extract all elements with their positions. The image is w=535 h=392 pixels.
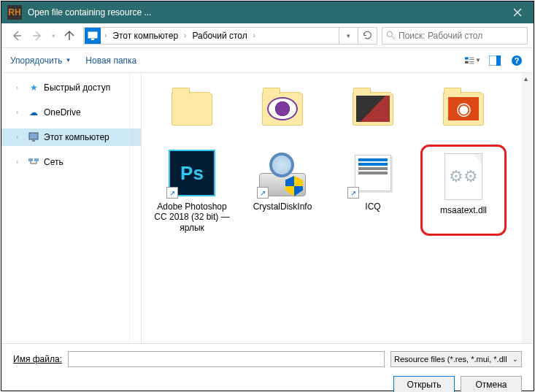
sidebar-item-label: Этот компьютер	[44, 132, 109, 142]
titlebar: RH Open file containing resource ...	[1, 1, 534, 23]
shortcut-icon: ↗	[347, 187, 359, 199]
recent-dropdown[interactable]: ▾	[48, 26, 58, 45]
chevron-right-icon: ›	[181, 31, 189, 39]
dialog-footer: ИИмя файла:мя файла: Resource files (*.r…	[1, 343, 534, 392]
preview-pane-button[interactable]	[487, 53, 503, 69]
sidebar-network[interactable]: › Сеть	[1, 153, 141, 171]
file-list: Ps↗Adobe Photoshop CC 2018 (32 bit) — яр…	[142, 73, 534, 343]
organize-menu[interactable]: Упорядочить ▼	[10, 55, 71, 66]
svg-rect-4	[465, 61, 469, 63]
chevron-right-icon: ›	[250, 31, 258, 39]
shortcut-icon: ↗	[257, 187, 269, 199]
file-icq-shortcut[interactable]: ↗ICQ	[330, 145, 416, 236]
sidebar: › ★ Быстрый доступ › ☁ OneDrive › Этот к…	[1, 73, 142, 343]
chevron-right-icon: ›	[16, 134, 23, 141]
forward-button[interactable]	[28, 26, 47, 45]
star-icon: ★	[28, 82, 39, 93]
search-icon	[382, 31, 399, 40]
svg-rect-1	[91, 39, 94, 40]
network-icon	[28, 156, 39, 168]
help-icon: ?	[511, 55, 523, 66]
close-button[interactable]	[501, 1, 534, 23]
breadcrumb[interactable]: › Этот компьютер › Рабочий стол › ▾	[83, 27, 377, 45]
search-box[interactable]	[382, 27, 528, 45]
breadcrumb-desktop[interactable]: Рабочий стол	[189, 31, 250, 41]
chevron-right-icon: ›	[101, 31, 109, 39]
sidebar-onedrive[interactable]: › ☁ OneDrive	[1, 104, 141, 121]
breadcrumb-this-pc[interactable]: Этот компьютер	[109, 31, 181, 41]
sidebar-quick-access[interactable]: › ★ Быстрый доступ	[1, 79, 141, 96]
gear-icon: ⚙⚙	[449, 167, 478, 186]
file-label: CrystalDiskInfo	[253, 201, 312, 212]
folder-item[interactable]	[149, 80, 235, 140]
svg-rect-3	[465, 57, 469, 59]
file-label: ICQ	[365, 201, 380, 212]
filter-label: Resource files (*.res, *.mui, *.dll	[394, 355, 507, 364]
file-crystaldiskinfo-shortcut[interactable]: ↗CrystalDiskInfo	[239, 145, 326, 236]
chevron-down-icon: ▾	[52, 32, 55, 39]
svg-rect-10	[32, 140, 35, 142]
sidebar-item-label: Быстрый доступ	[44, 82, 110, 93]
filename-input[interactable]	[68, 351, 385, 367]
chevron-down-icon: ⌄	[512, 356, 518, 363]
file-label: Adobe Photoshop CC 2018 (32 bit) — ярлык	[152, 201, 232, 233]
panel-icon	[489, 55, 501, 66]
refresh-icon	[363, 31, 372, 40]
folder-item[interactable]	[239, 80, 326, 140]
sidebar-item-label: OneDrive	[44, 107, 81, 118]
up-button[interactable]	[60, 26, 79, 45]
arrow-up-icon	[63, 30, 75, 42]
sidebar-item-label: Сеть	[44, 157, 63, 167]
file-type-filter[interactable]: Resource files (*.res, *.mui, *.dll⌄	[390, 351, 522, 367]
close-icon	[513, 8, 522, 17]
cloud-icon: ☁	[28, 107, 39, 118]
help-button[interactable]: ?	[509, 53, 525, 69]
sidebar-this-pc[interactable]: › Этот компьютер	[1, 128, 141, 146]
chevron-down-icon: ▼	[65, 57, 71, 64]
arrow-left-icon	[11, 30, 23, 42]
back-button[interactable]	[7, 26, 26, 45]
svg-text:?: ?	[515, 56, 520, 65]
view-icon	[465, 55, 475, 66]
breadcrumb-dropdown[interactable]: ▾	[339, 28, 358, 44]
file-label: msaatext.dll	[440, 205, 487, 215]
cancel-button[interactable]: Отмена	[461, 376, 522, 392]
arrow-right-icon	[31, 30, 43, 42]
toolbar: Упорядочить ▼ Новая папка ▼ ?	[1, 48, 534, 73]
window-title: Open file containing resource ...	[28, 7, 501, 18]
svg-rect-6	[496, 55, 501, 66]
folder-item[interactable]	[420, 80, 507, 140]
monitor-icon	[85, 28, 101, 44]
chevron-right-icon: ›	[16, 109, 23, 116]
filename-label: ИИмя файла:мя файла:	[13, 354, 62, 364]
search-input[interactable]	[399, 31, 527, 41]
new-folder-button[interactable]: Новая папка	[85, 55, 136, 66]
svg-rect-12	[34, 158, 39, 161]
file-msaatext-dll[interactable]: ⚙⚙msaatext.dll	[420, 145, 507, 236]
content-scrollbar[interactable]	[522, 73, 534, 343]
open-button[interactable]: Открыть	[393, 376, 455, 392]
svg-rect-0	[88, 32, 97, 38]
svg-rect-11	[28, 158, 33, 161]
monitor-icon	[28, 131, 39, 143]
folder-item[interactable]	[330, 80, 416, 140]
svg-rect-9	[29, 133, 38, 139]
chevron-right-icon: ›	[16, 158, 23, 166]
view-options-button[interactable]: ▼	[465, 53, 481, 69]
chevron-down-icon: ▾	[347, 32, 350, 39]
svg-point-2	[387, 31, 392, 36]
shortcut-icon: ↗	[166, 187, 178, 199]
chevron-right-icon: ›	[16, 84, 23, 91]
sidebar-scrollbar[interactable]	[129, 73, 141, 343]
nav-bar: ▾ › Этот компьютер › Рабочий стол › ▾	[1, 23, 534, 48]
app-logo: RH	[7, 5, 22, 20]
file-photoshop-shortcut[interactable]: Ps↗Adobe Photoshop CC 2018 (32 bit) — яр…	[149, 145, 235, 236]
refresh-button[interactable]	[358, 28, 377, 44]
